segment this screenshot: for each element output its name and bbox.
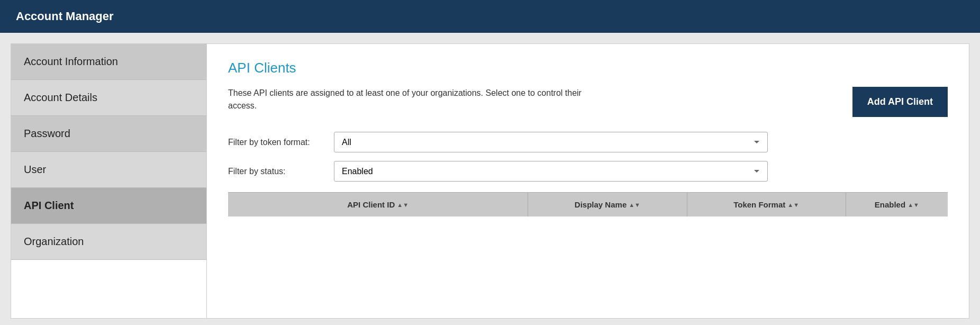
sidebar-item-account-information[interactable]: Account Information xyxy=(11,44,206,80)
sidebar-item-account-details[interactable]: Account Details xyxy=(11,80,206,116)
sidebar-item-api-client[interactable]: API Client xyxy=(11,188,206,224)
add-api-client-button[interactable]: Add API Client xyxy=(852,87,948,117)
filter-token-row: Filter by token format: All JWT Legacy xyxy=(228,132,948,152)
app-header: Account Manager xyxy=(0,0,980,33)
column-api-client-id[interactable]: API Client ID ▲▼ xyxy=(228,193,528,216)
column-display-name[interactable]: Display Name ▲▼ xyxy=(528,193,686,216)
filter-status-select[interactable]: Enabled Disabled All xyxy=(334,161,768,182)
sort-icon-token-format: ▲▼ xyxy=(787,202,799,208)
sidebar-item-user[interactable]: User xyxy=(11,152,206,188)
filter-status-row: Filter by status: Enabled Disabled All xyxy=(228,161,948,182)
column-enabled-label: Enabled xyxy=(875,200,905,209)
top-row: These API clients are assigned to at lea… xyxy=(228,87,948,117)
column-token-format[interactable]: Token Format ▲▼ xyxy=(687,193,846,216)
main-content: API Clients These API clients are assign… xyxy=(207,44,969,318)
filter-status-label: Filter by status: xyxy=(228,167,334,176)
main-container: Account Information Account Details Pass… xyxy=(11,43,969,319)
sort-icon-display-name: ▲▼ xyxy=(629,202,640,208)
sidebar-item-organization[interactable]: Organization xyxy=(11,224,206,260)
column-token-format-label: Token Format xyxy=(733,200,785,209)
column-display-name-label: Display Name xyxy=(575,200,627,209)
column-api-client-id-label: API Client ID xyxy=(347,200,395,209)
sort-icon-api-client-id: ▲▼ xyxy=(397,202,409,208)
sort-icon-enabled: ▲▼ xyxy=(908,202,919,208)
table-header: API Client ID ▲▼ Display Name ▲▼ Token F… xyxy=(228,192,948,216)
description-text: These API clients are assigned to at lea… xyxy=(228,87,598,112)
page-title: API Clients xyxy=(228,60,948,76)
app-title: Account Manager xyxy=(16,10,114,23)
filter-token-label: Filter by token format: xyxy=(228,138,334,147)
sidebar-item-password[interactable]: Password xyxy=(11,116,206,152)
column-enabled[interactable]: Enabled ▲▼ xyxy=(846,193,948,216)
sidebar: Account Information Account Details Pass… xyxy=(11,44,207,318)
filter-token-select[interactable]: All JWT Legacy xyxy=(334,132,768,152)
